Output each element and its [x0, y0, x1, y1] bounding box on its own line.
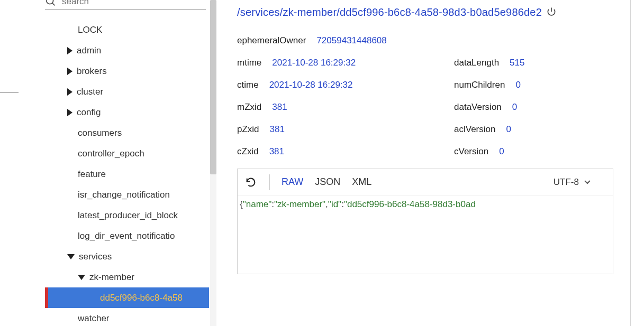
tree-view: LOCKadminbrokersclusterconfigconsumersco…: [45, 20, 209, 323]
meta-pzxid: pZxid 381: [237, 124, 454, 135]
json-key: "name": [243, 199, 272, 209]
tree-item-dd5cf996-b6c8-4a58[interactable]: dd5cf996-b6c8-4a58: [45, 287, 209, 308]
meta-aclversion: aclVersion 0: [454, 124, 511, 135]
meta-label: pZxid: [237, 124, 259, 135]
meta-value: 515: [510, 58, 524, 68]
meta-value: 2021-10-28 16:29:32: [272, 58, 356, 68]
meta-mzxid: mZxid 381: [237, 102, 454, 113]
tree-item-services[interactable]: services: [45, 246, 209, 267]
json-string: "zk-member": [274, 199, 325, 209]
tree-panel: LOCKadminbrokersclusterconfigconsumersco…: [45, 0, 209, 323]
meta-label: cVersion: [454, 146, 488, 157]
format-json-tab[interactable]: JSON: [315, 176, 340, 188]
tree-item-latest-producer-id-block[interactable]: latest_producer_id_block: [45, 205, 209, 226]
tree-item-label: LOCK: [45, 25, 102, 35]
caret-right-icon[interactable]: [67, 68, 72, 75]
tree-item-label: admin: [77, 45, 101, 56]
tree-item-feature[interactable]: feature: [45, 164, 209, 184]
caret-right-icon[interactable]: [67, 88, 72, 96]
json-string: "dd5cf996-b6c8-4a58-98d3-b0ad: [344, 199, 476, 209]
meta-mtime: mtime 2021-10-28 16:29:32: [237, 58, 454, 68]
node-path-row: /services/zk-member/dd5cf996-b6c8-4a58-9…: [237, 6, 613, 18]
tree-item-label: feature: [45, 169, 106, 180]
tree-item-consumers[interactable]: consumers: [45, 123, 209, 143]
meta-value: 2021-10-28 16:29:32: [269, 80, 353, 90]
tree-item-label: services: [79, 252, 112, 262]
caret-right-icon[interactable]: [67, 47, 72, 54]
tree-item-admin[interactable]: admin: [45, 40, 209, 61]
tree-item-label: zk-member: [89, 272, 134, 283]
details-panel: /services/zk-member/dd5cf996-b6c8-4a58-9…: [237, 0, 613, 274]
format-raw-tab[interactable]: RAW: [282, 176, 303, 188]
search-container: [45, 0, 206, 10]
reload-button[interactable]: [244, 175, 258, 189]
encoding-label: UTF-8: [554, 177, 579, 188]
tree-item-label: watcher: [45, 313, 110, 324]
right-border: [630, 0, 632, 326]
tree-item-label: latest_producer_id_block: [45, 210, 178, 221]
tree-scrollbar-track[interactable]: [210, 0, 216, 326]
encoding-select[interactable]: UTF-8: [554, 177, 591, 188]
chevron-down-icon: [584, 180, 591, 184]
tree-item-cluster[interactable]: cluster: [45, 81, 209, 102]
power-icon[interactable]: [546, 6, 557, 17]
meta-value: 0: [499, 146, 504, 157]
meta-ctime: ctime 2021-10-28 16:29:32: [237, 80, 454, 90]
tree-item-label: cluster: [77, 87, 103, 97]
meta-label: numChildren: [454, 80, 505, 90]
meta-label: aclVersion: [454, 124, 495, 135]
tree-item-config[interactable]: config: [45, 102, 209, 123]
tree-scrollbar-thumb[interactable]: [210, 0, 216, 174]
search-icon: [45, 0, 57, 7]
meta-ephemeralowner: ephemeralOwner 72059431448608: [237, 35, 454, 46]
tree-item-label: dd5cf996-b6c8-4a58: [45, 293, 183, 303]
meta-cversion: cVersion 0: [454, 146, 504, 157]
meta-label: mZxid: [237, 102, 261, 113]
meta-numchildren: numChildren 0: [454, 80, 521, 90]
data-viewer: RAW JSON XML UTF-8 {"name":"zk-member","…: [237, 169, 613, 274]
tree-item-label: brokers: [77, 66, 107, 77]
tree-item-watcher[interactable]: watcher: [45, 308, 209, 323]
tree-item-label: isr_change_notification: [45, 190, 170, 200]
tree-item-controller-epoch[interactable]: controller_epoch: [45, 143, 209, 164]
meta-label: cZxid: [237, 146, 259, 157]
tree-item-label: controller_epoch: [45, 148, 144, 159]
meta-value: 0: [506, 124, 511, 135]
data-toolbar: RAW JSON XML UTF-8: [238, 169, 613, 195]
node-metadata: ephemeralOwner 72059431448608 mtime 2021…: [237, 35, 613, 157]
meta-dataversion: dataVersion 0: [454, 102, 517, 113]
meta-label: mtime: [237, 58, 261, 68]
meta-value: 72059431448608: [316, 35, 386, 46]
toolbar-divider: [269, 174, 270, 190]
tree-item-label: consumers: [45, 128, 122, 138]
svg-line-1: [52, 3, 55, 6]
meta-label: ephemeralOwner: [237, 35, 306, 46]
tree-item-zk-member[interactable]: zk-member: [45, 267, 209, 287]
meta-czxid: cZxid 381: [237, 146, 454, 157]
tree-item-lock[interactable]: LOCK: [45, 20, 209, 40]
tree-item-label: config: [77, 107, 101, 118]
meta-label: dataVersion: [454, 102, 502, 113]
meta-value: 0: [512, 102, 517, 113]
caret-right-icon[interactable]: [67, 109, 72, 116]
meta-value: 0: [515, 80, 520, 90]
meta-label: ctime: [237, 80, 259, 90]
meta-label: dataLength: [454, 58, 499, 68]
node-path: /services/zk-member/dd5cf996-b6c8-4a58-9…: [237, 6, 542, 18]
data-content[interactable]: {"name":"zk-member","id":"dd5cf996-b6c8-…: [238, 195, 613, 213]
tree-item-brokers[interactable]: brokers: [45, 61, 209, 81]
meta-datalength: dataLength 515: [454, 58, 524, 68]
meta-value: 381: [270, 124, 285, 135]
search-input[interactable]: [62, 0, 206, 7]
json-key: "id": [328, 199, 341, 209]
left-gutter-divider: [0, 92, 19, 93]
caret-down-icon[interactable]: [67, 254, 75, 259]
tree-item-label: log_dir_event_notificatio: [45, 231, 175, 241]
caret-down-icon[interactable]: [78, 275, 85, 280]
meta-value: 381: [272, 102, 287, 113]
format-xml-tab[interactable]: XML: [352, 176, 371, 188]
tree-item-isr-change-notification[interactable]: isr_change_notification: [45, 184, 209, 205]
meta-value: 381: [269, 146, 284, 157]
tree-item-log-dir-event-notificatio[interactable]: log_dir_event_notificatio: [45, 226, 209, 246]
